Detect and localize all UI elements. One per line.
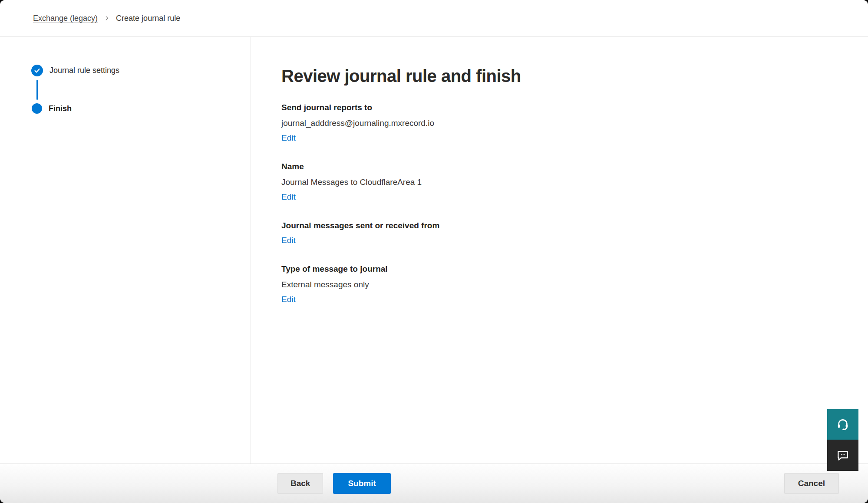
section-label: Type of message to journal [281,264,868,274]
breadcrumb-current-page: Create journal rule [116,14,180,23]
headset-icon [836,418,850,431]
journal-report-address: journal_adddress@journaling.mxrecord.io [281,118,868,128]
cancel-button[interactable]: Cancel [784,473,839,494]
app-window: Exchange (legacy) Create journal rule Jo… [0,0,868,503]
review-sections: Send journal reports to journal_adddress… [281,103,868,304]
breadcrumb: Exchange (legacy) Create journal rule [33,14,180,23]
submit-button[interactable]: Submit [333,473,390,494]
section-name: Name Journal Messages to CloudflareArea … [281,162,868,202]
section-send-journal-reports-to: Send journal reports to journal_adddress… [281,103,868,143]
step-label: Finish [49,104,72,113]
chat-feedback-icon [836,448,850,462]
top-bar: Exchange (legacy) Create journal rule [0,0,868,37]
footer-action-bar: Back Submit Cancel [0,464,868,503]
step-connector-line [36,80,38,100]
section-label: Send journal reports to [281,103,868,112]
feedback-button[interactable] [827,440,858,471]
section-label: Name [281,162,868,171]
rule-name-value: Journal Messages to CloudflareArea 1 [281,178,868,187]
edit-send-reports-link[interactable]: Edit [281,133,296,143]
step-label: Journal rule settings [50,66,119,75]
step-finish[interactable]: Finish [31,103,251,114]
edit-message-type-link[interactable]: Edit [281,295,296,304]
wizard-step-rail: Journal rule settings Finish [0,37,251,464]
edit-scope-link[interactable]: Edit [281,236,296,245]
review-pane: Review journal rule and finish Send jour… [251,37,868,464]
check-circle-icon [31,65,43,76]
page-title: Review journal rule and finish [281,64,868,88]
breadcrumb-exchange-legacy[interactable]: Exchange (legacy) [33,14,98,23]
section-message-type: Type of message to journal External mess… [281,264,868,304]
message-type-value: External messages only [281,280,868,289]
chevron-right-icon [104,15,110,21]
filled-dot-icon [32,103,42,114]
edit-name-link[interactable]: Edit [281,192,296,202]
help-button[interactable] [827,409,858,440]
section-journal-messages-scope: Journal messages sent or received from E… [281,221,868,245]
back-button[interactable]: Back [277,473,323,494]
content-area: Journal rule settings Finish Review jour… [0,37,868,464]
section-label: Journal messages sent or received from [281,221,868,230]
step-journal-rule-settings[interactable]: Journal rule settings [31,65,251,76]
